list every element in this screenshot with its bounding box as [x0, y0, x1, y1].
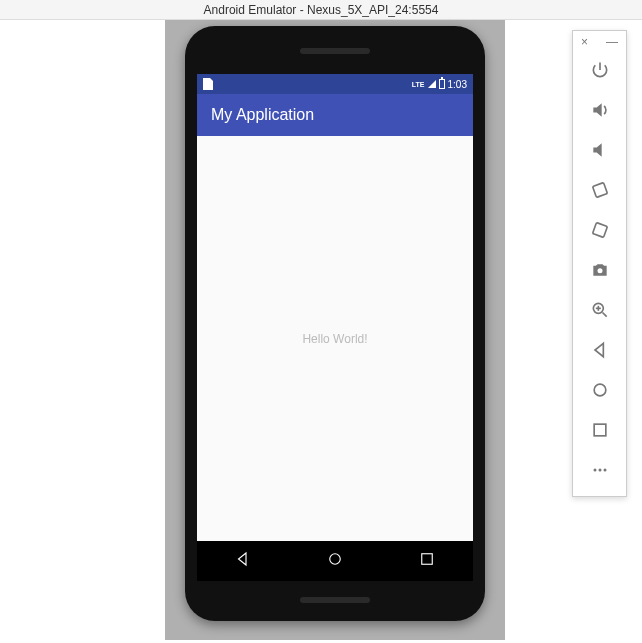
- sdcard-icon: [203, 78, 213, 90]
- nav-home-button[interactable]: [326, 550, 344, 572]
- svg-point-12: [598, 469, 601, 472]
- zoom-button[interactable]: [573, 290, 626, 330]
- svg-point-0: [330, 554, 341, 565]
- phone-screen: LTE 1:03 My Application Hello World!: [197, 74, 473, 581]
- rotate-right-button[interactable]: [573, 210, 626, 250]
- window-title: Android Emulator - Nexus_5X_API_24:5554: [204, 3, 439, 17]
- svg-rect-1: [422, 554, 433, 565]
- network-lte-label: LTE: [412, 81, 425, 88]
- app-bar: My Application: [197, 94, 473, 136]
- hello-text: Hello World!: [302, 332, 367, 346]
- emulator-background: LTE 1:03 My Application Hello World!: [165, 20, 505, 640]
- svg-line-6: [602, 313, 606, 317]
- back-button[interactable]: [573, 330, 626, 370]
- speaker-bottom: [300, 597, 370, 603]
- nav-recent-button[interactable]: [418, 550, 436, 572]
- app-title: My Application: [211, 106, 314, 124]
- svg-point-4: [597, 268, 602, 273]
- battery-icon: [439, 79, 445, 89]
- svg-point-13: [603, 469, 606, 472]
- speaker-top: [300, 48, 370, 54]
- app-content: Hello World!: [197, 136, 473, 541]
- svg-rect-10: [594, 424, 606, 436]
- phone-frame: LTE 1:03 My Application Hello World!: [185, 26, 485, 621]
- svg-rect-3: [592, 223, 607, 238]
- home-button[interactable]: [573, 370, 626, 410]
- signal-icon: [428, 80, 436, 88]
- svg-point-11: [593, 469, 596, 472]
- more-button[interactable]: [573, 450, 626, 490]
- power-button[interactable]: [573, 50, 626, 90]
- window-titlebar: Android Emulator - Nexus_5X_API_24:5554: [0, 0, 642, 20]
- overview-button[interactable]: [573, 410, 626, 450]
- android-navbar: [197, 541, 473, 581]
- svg-rect-2: [592, 183, 607, 198]
- screenshot-button[interactable]: [573, 250, 626, 290]
- android-statusbar: LTE 1:03: [197, 74, 473, 94]
- volume-up-button[interactable]: [573, 90, 626, 130]
- nav-back-button[interactable]: [234, 550, 252, 572]
- svg-point-9: [594, 384, 606, 396]
- volume-down-button[interactable]: [573, 130, 626, 170]
- emulator-toolbar: × —: [572, 30, 627, 497]
- close-button[interactable]: ×: [581, 36, 588, 48]
- minimize-button[interactable]: —: [606, 36, 618, 48]
- clock-label: 1:03: [448, 79, 467, 90]
- rotate-left-button[interactable]: [573, 170, 626, 210]
